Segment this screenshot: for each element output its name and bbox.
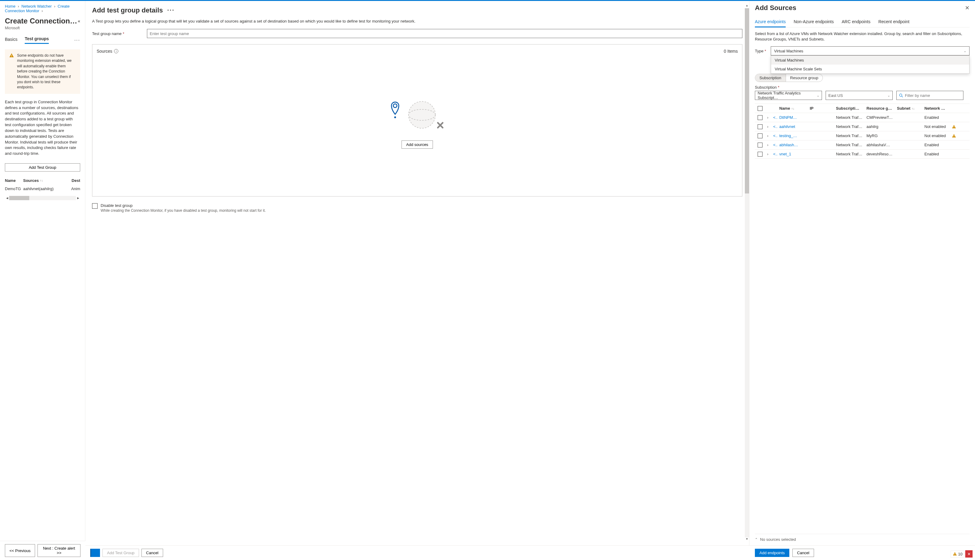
org-subtitle: Microsoft: [5, 26, 80, 30]
row-name-link[interactable]: abhilash…: [779, 143, 798, 147]
expand-icon[interactable]: ›: [765, 152, 771, 156]
warning-icon: [953, 552, 957, 556]
test-group-name-label: Test group name *: [92, 32, 141, 36]
next-button[interactable]: Next : Create alert >>: [37, 544, 80, 557]
horizontal-scrollbar[interactable]: ◀ ▶: [5, 195, 80, 200]
type-label: Type *: [755, 49, 766, 53]
row-checkbox[interactable]: [758, 143, 763, 147]
sort-icon: ↑↓: [40, 179, 43, 182]
svg-point-5: [899, 94, 902, 96]
vertical-scrollbar[interactable]: ▲▼: [745, 4, 749, 542]
left-paragraph: Each test group in Connection Monitor de…: [5, 99, 80, 157]
tab-arc-endpoints[interactable]: ARC endpoints: [842, 19, 870, 27]
disable-test-group-checkbox[interactable]: [92, 203, 98, 209]
breadcrumb: Home › Network Watcher › Create Connecti…: [5, 4, 80, 15]
right-description: Select from a list of Azure VMs with Net…: [755, 31, 970, 42]
selection-status: No sources selected: [760, 537, 796, 542]
expand-status-icon[interactable]: ⌃: [755, 537, 758, 542]
vnet-icon: <··>: [771, 124, 778, 129]
collapse-left-icon[interactable]: «: [78, 18, 80, 23]
vnet-icon: <··>: [771, 133, 778, 138]
type-dropdown[interactable]: Virtual Machines ⌄: [771, 46, 970, 55]
pill-subscription[interactable]: Subscription: [755, 74, 786, 82]
table-row[interactable]: ›<··>DtlNPM…Network Traffic…CMPreviewTes…: [755, 113, 970, 122]
add-test-group-footer-button[interactable]: Add Test Group: [102, 549, 139, 557]
row-checkbox[interactable]: [758, 152, 763, 157]
col-name[interactable]: Name↑↓: [778, 106, 808, 111]
col-network[interactable]: Network …: [923, 106, 950, 111]
tab-basics[interactable]: Basics: [5, 37, 17, 43]
cancel-right-button[interactable]: Cancel: [792, 549, 814, 557]
right-panel-title: Add Sources: [755, 4, 796, 12]
type-option-vmss[interactable]: Virtual Machine Scale Sets: [771, 65, 969, 73]
type-option-vm[interactable]: Virtual Machines: [771, 56, 969, 65]
breadcrumb-home[interactable]: Home: [5, 4, 15, 8]
col-dest[interactable]: Dest: [68, 178, 80, 183]
subscription-dropdown[interactable]: Network Traffic Analytics Subscript…⌄: [755, 91, 822, 100]
type-dropdown-popup: Virtual Machines Virtual Machine Scale S…: [771, 55, 970, 74]
more-menu-icon[interactable]: ···: [74, 37, 80, 43]
endpoints-grid: Name↑↓ IP Subscripti…↑↓ Resource g…↑↓ Su…: [755, 103, 970, 159]
col-resource-group[interactable]: Resource g…↑↓: [865, 106, 895, 111]
warning-text: Some endpoints do not have monitoring ex…: [17, 53, 76, 90]
group-by-pills: Subscription Resource group: [755, 74, 823, 82]
tab-non-azure-endpoints[interactable]: Non-Azure endpoints: [794, 19, 834, 27]
expand-icon[interactable]: ›: [765, 115, 771, 120]
warning-banner: Some endpoints do not have monitoring ex…: [5, 49, 80, 94]
vnet-icon: <··>: [771, 143, 778, 147]
col-name[interactable]: Name: [5, 178, 23, 183]
warnings-badge[interactable]: 10: [951, 550, 965, 558]
chevron-down-icon: ⌄: [964, 49, 966, 53]
warning-icon: [9, 53, 14, 90]
expand-icon[interactable]: ›: [765, 143, 771, 147]
vnet-icon: <··>: [771, 115, 778, 120]
test-group-name-input[interactable]: [147, 29, 742, 38]
subscription-label: Subscription *: [755, 85, 822, 90]
table-row[interactable]: ›<··>aahilvnetNetwork Traffic…aahilrgNot…: [755, 122, 970, 131]
mid-separator: [90, 549, 100, 557]
page-title: Create Connection…: [5, 17, 77, 25]
svg-point-4: [394, 117, 396, 118]
row-name-link[interactable]: DtlNPM…: [779, 115, 797, 120]
close-icon[interactable]: ✕: [965, 5, 970, 11]
col-sources[interactable]: Sources↑↓: [23, 178, 68, 183]
row-name-link[interactable]: vnet_1: [779, 152, 791, 156]
region-dropdown[interactable]: East US⌄: [826, 91, 893, 100]
table-row[interactable]: DemoTG aahilvnet(aahilrg) Anim: [5, 185, 80, 193]
table-row[interactable]: ›<··>abhilash…Network Traffic…abhilashaV…: [755, 140, 970, 150]
expand-icon[interactable]: ›: [765, 133, 771, 138]
more-icon[interactable]: ···: [167, 7, 174, 14]
add-test-group-button[interactable]: Add Test Group: [5, 163, 80, 172]
svg-point-3: [393, 104, 397, 108]
add-sources-button[interactable]: Add sources: [402, 140, 432, 149]
filter-by-name-input[interactable]: [897, 91, 963, 100]
col-ip[interactable]: IP: [808, 106, 834, 111]
row-checkbox[interactable]: [758, 124, 763, 129]
expand-icon[interactable]: ›: [765, 124, 771, 129]
row-checkbox[interactable]: [758, 115, 763, 120]
items-count: 0 Items: [724, 49, 738, 53]
col-subscription[interactable]: Subscripti…↑↓: [834, 106, 865, 111]
svg-line-6: [902, 96, 903, 97]
breadcrumb-nw[interactable]: Network Watcher: [21, 4, 52, 8]
select-all-checkbox[interactable]: [758, 106, 763, 111]
add-endpoints-button[interactable]: Add endpoints: [755, 549, 789, 557]
tab-azure-endpoints[interactable]: Azure endpoints: [755, 19, 786, 27]
disable-label: Disable test group: [100, 203, 266, 208]
errors-badge[interactable]: ✕: [965, 550, 973, 558]
row-name-link[interactable]: aahilvnet: [779, 124, 795, 129]
col-subnet[interactable]: Subnet↑↓: [895, 106, 923, 111]
row-name-link[interactable]: testing_…: [779, 133, 797, 138]
table-row[interactable]: ›<··>vnet_1Network Traffic…deveshResourc…: [755, 150, 970, 159]
svg-point-1: [409, 102, 436, 128]
tab-recent-endpoint[interactable]: Recent endpoint: [878, 19, 910, 27]
info-icon[interactable]: i: [114, 49, 118, 53]
pill-resource-group[interactable]: Resource group: [786, 74, 823, 82]
table-row[interactable]: ›<··>testing_…Network Traffic…MyRGNot en…: [755, 131, 970, 140]
sources-panel: Sources i 0 Items Add sources: [92, 44, 742, 197]
tab-test-groups[interactable]: Test groups: [25, 36, 49, 44]
mid-title: Add test group details: [92, 7, 163, 14]
row-checkbox[interactable]: [758, 133, 763, 138]
cancel-mid-button[interactable]: Cancel: [142, 549, 163, 557]
previous-button[interactable]: << Previous: [5, 544, 35, 557]
